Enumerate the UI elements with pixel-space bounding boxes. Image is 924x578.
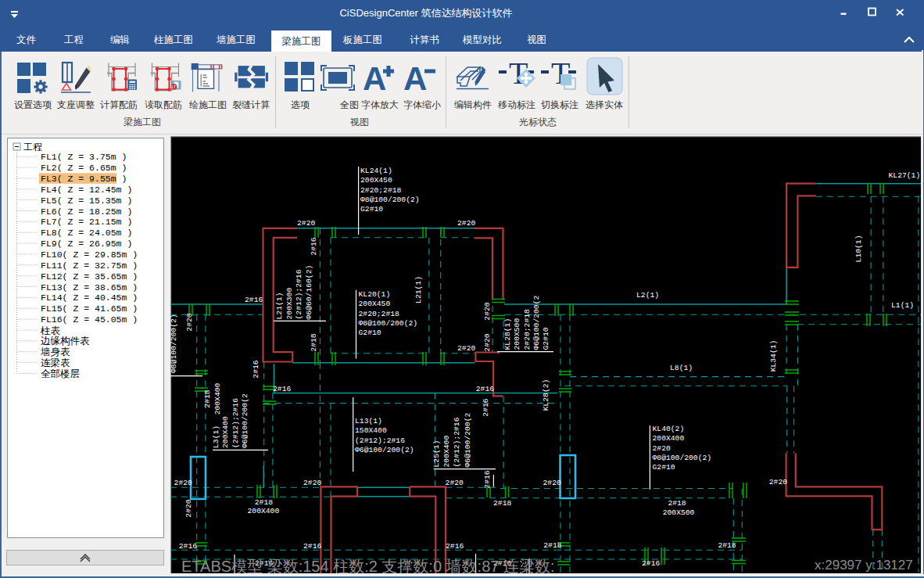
svg-text:2#20: 2#20 [457,219,475,228]
svg-text:2#20: 2#20 [446,479,464,487]
svg-text:L1(1): L1(1) [891,301,914,310]
svg-text:200X450: 200X450 [360,176,392,185]
svg-text:边缘构件表: 边缘构件表 [41,336,90,346]
svg-text:KL34(1): KL34(1) [769,340,778,372]
svg-text:FL5( Z = 15.35m ): FL5( Z = 15.35m ) [41,196,132,206]
svg-text:光标状态: 光标状态 [519,117,557,127]
svg-text:连梁表: 连梁表 [41,357,70,368]
svg-text:2#16: 2#16 [273,385,291,393]
svg-text:200X400: 200X400 [248,507,280,515]
svg-text:KL40(2): KL40(2) [653,425,685,433]
svg-text:200X400: 200X400 [653,434,685,443]
svg-text:T: T [551,56,570,91]
svg-text:G2#10: G2#10 [359,328,381,337]
svg-text:(2#12);2#16: (2#12);2#16 [295,269,303,319]
svg-text:Φ6@60/160(2): Φ6@60/160(2) [305,265,313,320]
svg-text:G2#10: G2#10 [360,205,383,214]
svg-text:2#18: 2#18 [310,333,318,351]
svg-text:Φ6@100/200(2: Φ6@100/200(2 [532,296,541,350]
svg-text:2#16: 2#16 [476,385,494,393]
svg-text:200X500: 200X500 [513,318,521,350]
svg-text:L13(1): L13(1) [355,417,382,425]
svg-text:2#16: 2#16 [303,542,321,551]
svg-text:FL1( Z = 3.75m ): FL1( Z = 3.75m ) [41,152,127,162]
svg-text:(2#12);2#16: (2#12);2#16 [355,436,405,445]
svg-text:2#20;2#18: 2#20;2#18 [360,186,402,195]
svg-text:KL20(1): KL20(1) [359,290,391,299]
svg-text:L10(1): L10(1) [854,235,863,263]
svg-text:视图: 视图 [349,117,369,127]
svg-text:选项: 选项 [291,99,310,110]
svg-text:2#16: 2#16 [310,237,318,255]
svg-text:2#20: 2#20 [297,219,315,228]
svg-text:ETABS模型 梁数:154 柱数:2 支撑数:0 墙数:8: ETABS模型 梁数:154 柱数:2 支撑数:0 墙数:87 连梁数: [181,558,555,573]
svg-text:(2#12);2#16: (2#12);2#16 [453,417,461,467]
svg-text:2#18: 2#18 [668,499,686,508]
svg-text:200X500: 200X500 [663,508,695,517]
svg-text:2#18: 2#18 [493,499,511,508]
svg-text:x:29397 y:13127: x:29397 y:13127 [815,558,913,573]
svg-text:200X450: 200X450 [359,300,391,308]
svg-text:2#18: 2#18 [718,541,736,550]
svg-text:2#20;2#18: 2#20;2#18 [523,309,532,350]
svg-text:FL8( Z = 24.05m ): FL8( Z = 24.05m ) [41,228,132,238]
svg-text:FL12( Z = 35.65m ): FL12( Z = 35.65m ) [41,271,138,282]
svg-text:L21(1): L21(1) [414,276,423,303]
svg-text:200X400: 200X400 [221,416,230,448]
svg-text:FL3( Z = 9.55m ): FL3( Z = 9.55m ) [41,174,127,184]
svg-text:FL6( Z = 18.25m ): FL6( Z = 18.25m ) [41,206,132,217]
svg-text:FL16( Z = 45.05m ): FL16( Z = 45.05m ) [41,314,138,325]
svg-text:FL7( Z = 21.15m ): FL7( Z = 21.15m ) [41,217,132,227]
svg-text:2#16: 2#16 [179,542,197,551]
svg-text:L8(1): L8(1) [670,364,693,372]
svg-text:KL24(1): KL24(1) [360,167,392,175]
svg-text:Φ8@100/200(2): Φ8@100/200(2) [170,314,178,373]
svg-text:(2#12);2#16: (2#12);2#16 [231,398,240,448]
svg-text:2#20: 2#20 [185,313,194,331]
svg-text:2#20: 2#20 [457,344,475,353]
svg-text:2#16: 2#16 [252,360,260,378]
svg-text:Φ6@100/200(2): Φ6@100/200(2) [355,446,414,454]
svg-text:LT: LT [172,85,176,89]
svg-text:2#20;2#18: 2#20;2#18 [359,310,400,318]
svg-text:G2#10: G2#10 [542,327,550,350]
svg-text:2#20: 2#20 [543,479,561,487]
svg-text:裂缝计算: 裂缝计算 [232,99,270,110]
svg-text:2#20: 2#20 [184,499,193,517]
svg-text:2#16: 2#16 [642,559,660,568]
svg-text:FL14( Z = 40.45m ): FL14( Z = 40.45m ) [41,293,138,303]
svg-text:墙身表: 墙身表 [40,346,70,357]
svg-text:L2(1): L2(1) [636,291,659,300]
svg-text:2#20: 2#20 [174,479,192,487]
svg-text:Φ8@100/200(2): Φ8@100/200(2) [360,196,420,204]
svg-text:编辑构件: 编辑构件 [454,99,492,110]
svg-text:选择实体: 选择实体 [586,99,623,110]
svg-text:Φ8@100/200(2): Φ8@100/200(2) [359,319,418,328]
svg-text:G2#10: G2#10 [653,463,675,472]
svg-text:200X300: 200X300 [285,288,294,320]
svg-text:200X400: 200X400 [213,382,222,415]
svg-text:FL10( Z = 29.85m ): FL10( Z = 29.85m ) [41,250,138,260]
svg-text:FL2( Z = 6.65m ): FL2( Z = 6.65m ) [41,163,127,173]
svg-text:2#16: 2#16 [483,470,492,488]
svg-text:全部楼层: 全部楼层 [41,368,80,379]
svg-text:Φ6@100/200(2: Φ6@100/200(2 [241,393,249,448]
svg-text:FL13( Z = 38.65m ): FL13( Z = 38.65m ) [41,282,138,293]
svg-text:200X400: 200X400 [442,436,451,468]
svg-text:2#18: 2#18 [543,541,561,550]
svg-text:全图: 全图 [340,99,359,110]
svg-text:2#18: 2#18 [255,498,273,507]
svg-text:KL28(2): KL28(2) [542,379,550,411]
svg-text:2#20: 2#20 [483,333,492,351]
svg-text:2#20: 2#20 [483,302,492,320]
svg-text:A: A [363,60,386,97]
svg-text:FL4( Z = 12.45m ): FL4( Z = 12.45m ) [41,185,132,195]
svg-text:2#18: 2#18 [203,390,212,407]
svg-text:2#16: 2#16 [482,398,490,416]
svg-text:移动标注: 移动标注 [498,99,535,110]
svg-text:KL27(1): KL27(1) [889,171,921,180]
svg-text:字体放大: 字体放大 [361,99,399,110]
svg-text:2#16: 2#16 [446,542,464,551]
svg-text:FL15( Z = 41.65m ): FL15( Z = 41.65m ) [41,303,138,314]
svg-text:切换标注: 切换标注 [540,99,578,110]
